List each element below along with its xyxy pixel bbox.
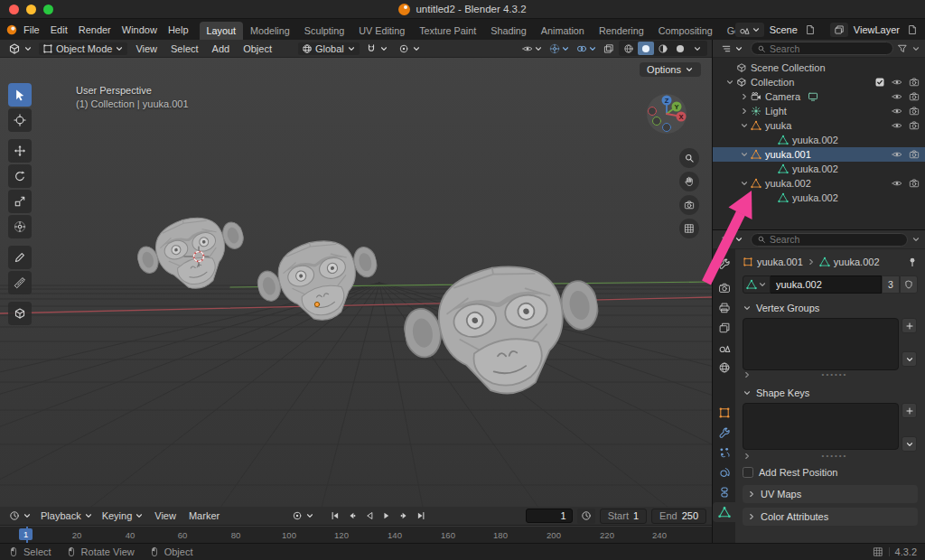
editor-type-dropdown[interactable] (5, 42, 36, 56)
tool-rotate[interactable] (8, 164, 32, 188)
hide-in-viewport-icon[interactable] (892, 149, 902, 160)
menu-marker[interactable]: Marker (183, 509, 225, 522)
tab-physics[interactable] (713, 462, 735, 482)
close-window-button[interactable] (9, 5, 19, 14)
fake-user-shield-button[interactable] (900, 275, 918, 294)
tab-view-layer[interactable] (713, 318, 735, 338)
workspace-tab-compositing[interactable]: Compositing (651, 22, 720, 40)
disable-in-render-icon[interactable] (909, 178, 920, 189)
tab-constraints[interactable] (713, 482, 735, 502)
current-frame-marker[interactable]: 1 (19, 528, 33, 540)
snap-dropdown[interactable] (362, 42, 392, 55)
properties-options-caret-icon[interactable] (911, 235, 920, 244)
filter-icon[interactable] (897, 43, 908, 54)
properties-search[interactable] (751, 233, 908, 247)
hide-in-viewport-icon[interactable] (892, 106, 902, 117)
tab-modifiers[interactable] (713, 423, 735, 443)
monkey-mesh-yuuka[interactable] (130, 205, 254, 303)
tool-measure[interactable] (8, 271, 32, 294)
workspace-tab-geometry-nodes[interactable]: Geom (720, 22, 735, 40)
menu-render[interactable]: Render (73, 23, 117, 37)
gizmo-neg-y-axis[interactable] (653, 117, 661, 126)
monkey-mesh-yuuka-002[interactable] (396, 251, 610, 410)
tool-cursor[interactable] (8, 108, 32, 132)
breadcrumb-object-name[interactable]: yuuka.001 (757, 257, 803, 267)
section-uv-maps[interactable]: UV Maps (743, 485, 918, 503)
add-rest-position-checkbox[interactable] (743, 467, 753, 478)
menu-file[interactable]: File (18, 23, 45, 37)
workspace-tab-animation[interactable]: Animation (534, 22, 592, 40)
hide-in-viewport-icon[interactable] (892, 120, 902, 131)
outliner-row-yuuka-001-meshdata[interactable]: yuuka.002 (713, 162, 925, 176)
viewport-canvas[interactable] (0, 58, 712, 507)
toggle-perspective-button[interactable] (679, 219, 699, 238)
blender-logo-icon[interactable] (5, 23, 18, 36)
menu-help[interactable]: Help (163, 23, 194, 37)
shading-dropdown[interactable] (689, 42, 705, 55)
jump-to-end-button[interactable] (413, 509, 428, 523)
users-count-badge[interactable]: 3 (882, 275, 900, 294)
view-layer-browse-button[interactable] (830, 23, 848, 37)
use-preview-range-clock-button[interactable] (577, 509, 595, 524)
outliner-search-input[interactable] (770, 43, 887, 54)
properties-editor-type-dropdown[interactable] (717, 233, 747, 246)
camera-view-button[interactable] (679, 195, 699, 215)
outliner-row-light[interactable]: Light (713, 104, 925, 118)
menu-keying[interactable]: Keying (98, 509, 148, 522)
minimize-window-button[interactable] (26, 5, 36, 14)
outliner-row-yuuka-002[interactable]: yuuka.002 (713, 176, 925, 191)
data-name-field[interactable] (771, 275, 882, 294)
scene-name[interactable]: Scene (768, 24, 799, 35)
tab-object[interactable] (713, 403, 735, 423)
vertex-group-specials-button[interactable] (902, 351, 917, 367)
section-shape-keys[interactable]: Shape Keys (743, 385, 918, 401)
frame-end-field[interactable]: End250 (651, 509, 706, 524)
monkey-mesh-yuuka-001[interactable] (250, 228, 388, 333)
mesh-id-dropdown[interactable] (743, 275, 771, 294)
add-vertex-group-button[interactable] (902, 318, 917, 333)
shading-wireframe-button[interactable] (621, 42, 637, 55)
gizmo-neg-x-axis[interactable] (649, 107, 657, 116)
new-scene-button[interactable] (803, 23, 818, 37)
outliner-row-scene-collection[interactable]: Scene Collection (713, 61, 925, 75)
active-camera-monitor-icon[interactable] (808, 91, 818, 102)
outliner-row-camera[interactable]: Camera (713, 89, 925, 104)
play-button[interactable] (378, 509, 394, 523)
gizmos-dropdown[interactable] (547, 42, 572, 55)
frame-start-field[interactable]: Start1 (600, 509, 647, 524)
collapse-caret-icon[interactable] (738, 179, 751, 188)
outliner-search[interactable] (751, 42, 893, 55)
tool-move[interactable] (8, 139, 32, 163)
tab-scene[interactable] (713, 338, 735, 358)
add-shape-key-button[interactable] (902, 403, 917, 418)
menu-edit[interactable]: Edit (45, 23, 73, 37)
tab-world[interactable] (713, 358, 735, 378)
shading-rendered-button[interactable] (672, 42, 688, 55)
workspace-tab-texture-paint[interactable]: Texture Paint (412, 22, 483, 40)
workspace-tab-uv-editing[interactable]: UV Editing (351, 22, 412, 40)
shading-material-button[interactable] (655, 42, 671, 55)
shape-key-specials-button[interactable] (902, 436, 917, 452)
timeline-editor-type-dropdown[interactable] (5, 509, 35, 522)
gizmo-neg-z-axis[interactable] (663, 124, 671, 132)
subpanel-caret-icon[interactable] (743, 370, 752, 379)
pin-icon[interactable] (907, 257, 918, 267)
workspace-tab-rendering[interactable]: Rendering (592, 22, 651, 40)
workspace-tab-layout[interactable]: Layout (200, 22, 243, 40)
tool-add-cube[interactable] (8, 302, 32, 325)
outliner-row-yuuka-meshdata[interactable]: yuuka.002 (713, 133, 925, 147)
collapse-caret-icon[interactable] (738, 121, 751, 130)
navigation-gizmo[interactable]: Z Y X (641, 89, 692, 139)
properties-search-input[interactable] (770, 234, 902, 245)
collapse-caret-icon[interactable] (738, 150, 751, 159)
disable-in-render-icon[interactable] (909, 120, 920, 131)
resize-grip[interactable]: •••••• (752, 372, 918, 378)
play-reverse-button[interactable] (361, 509, 377, 523)
tab-output[interactable] (713, 298, 735, 318)
menu-view-timeline[interactable]: View (149, 509, 182, 522)
resize-grip[interactable]: •••••• (752, 453, 918, 459)
viewport-3d[interactable]: User Perspective (1) Collection | yuuka.… (0, 58, 712, 507)
outliner-options-caret-icon[interactable] (911, 44, 920, 53)
disable-in-render-icon[interactable] (909, 106, 920, 117)
transform-orientation-dropdown[interactable]: Global (298, 42, 360, 55)
